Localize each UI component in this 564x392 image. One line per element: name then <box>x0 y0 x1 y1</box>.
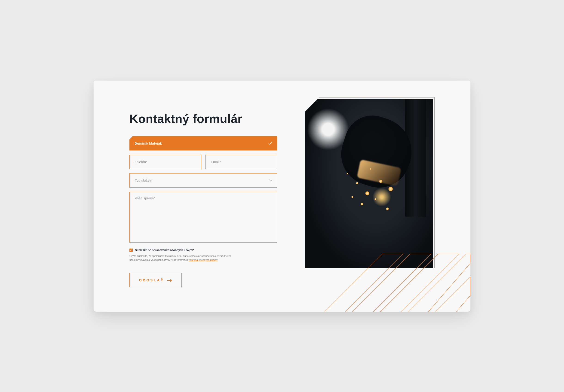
form-column: Kontaktný formulár Dominik Matviak Typ s… <box>129 112 277 287</box>
fineprint: * vyše súhlasíte, že spoločnosť Metalino… <box>129 254 236 262</box>
hero-image-frame <box>305 97 435 268</box>
name-field-filled[interactable]: Dominik Matviak <box>129 136 277 151</box>
check-icon <box>268 141 272 146</box>
consent-label: Súhlasím so spracovaním osobných údajov* <box>135 249 194 252</box>
chevron-down-icon <box>269 178 272 182</box>
name-value: Dominik Matviak <box>135 141 162 145</box>
phone-field[interactable] <box>129 155 201 169</box>
contact-form-card: Kontaktný formulár Dominik Matviak Typ s… <box>94 81 470 312</box>
service-select[interactable]: Typ služby* <box>129 173 277 188</box>
arrow-right-icon <box>167 279 172 281</box>
submit-button[interactable]: ODOSLAŤ <box>129 273 182 287</box>
hero-image-welder <box>305 99 433 268</box>
privacy-link[interactable]: ochrana osobných údajov <box>189 258 217 261</box>
submit-label: ODOSLAŤ <box>139 278 164 282</box>
message-textarea[interactable] <box>129 192 277 243</box>
consent-checkbox[interactable] <box>129 249 133 252</box>
consent-row: Súhlasím so spracovaním osobných údajov* <box>129 249 277 252</box>
email-field[interactable] <box>206 155 277 169</box>
page-title: Kontaktný formulár <box>129 112 277 126</box>
service-placeholder: Typ služby* <box>135 178 153 182</box>
